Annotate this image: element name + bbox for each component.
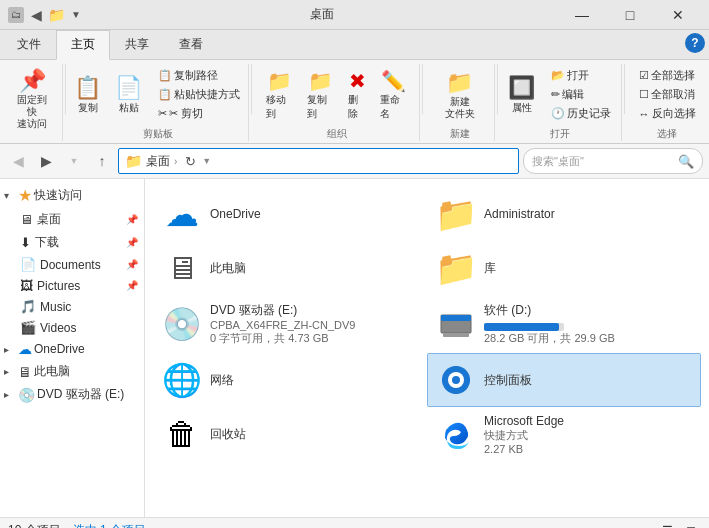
pin-quickaccess-button[interactable]: 📌 固定到快速访问: [8, 64, 56, 134]
minimize-button[interactable]: —: [559, 0, 605, 30]
file-grid: ☁ OneDrive 📁 Administrator 🖥 此电脑: [153, 187, 701, 462]
file-item-onedrive[interactable]: ☁ OneDrive: [153, 187, 427, 241]
sidebar-thispc-header[interactable]: ▸ 🖥 此电脑: [0, 360, 144, 383]
recycle-file-name: 回收站: [210, 426, 246, 443]
thispc-label: 此电脑: [34, 363, 70, 380]
edit-button[interactable]: ✏编辑: [547, 85, 588, 104]
address-input[interactable]: 📁 桌面 › ↻ ▼: [118, 148, 519, 174]
cut-button[interactable]: ✂✂ 剪切: [154, 104, 207, 123]
ribbon-group-organize: 📁 移动到 📁 复制到 ✖ 删除 ✏️ 重命名 组织: [254, 64, 420, 141]
copyto-button[interactable]: 📁 复制到: [301, 65, 340, 125]
sidebar-item-music[interactable]: 🎵 Music: [0, 296, 144, 317]
copypath-button[interactable]: 📋复制路径: [154, 66, 222, 85]
invert-select-button[interactable]: ↔反向选择: [635, 104, 700, 123]
sidebar-item-downloads[interactable]: ⬇ 下载 📌: [0, 231, 144, 254]
sidebar-item-documents[interactable]: 📄 Documents 📌: [0, 254, 144, 275]
downloads-label: 下载: [35, 234, 59, 251]
pictures-icon: 🖼: [20, 278, 33, 293]
new-folder-button[interactable]: 📁 新建文件夹: [439, 66, 481, 124]
svg-rect-2: [443, 333, 469, 337]
rename-button[interactable]: ✏️ 重命名: [374, 65, 413, 125]
item-count: 10 个项目: [8, 522, 61, 528]
tab-share[interactable]: 共享: [110, 30, 164, 59]
file-item-network[interactable]: 🌐 网络: [153, 353, 427, 407]
open-small-section: 📂打开 ✏编辑 🕐历史记录: [543, 64, 619, 125]
paste-button[interactable]: 📄 粘贴: [109, 71, 148, 119]
close-button[interactable]: ✕: [655, 0, 701, 30]
up-button[interactable]: ↑: [90, 149, 114, 173]
history-button[interactable]: 🕐历史记录: [547, 104, 615, 123]
ribbon-group-clipboard: 📋 复制 📄 粘贴 📋复制路径 📋粘贴快捷方式 ✂✂ 剪切 剪贴板: [68, 64, 249, 141]
paste-shortcut-button[interactable]: 📋粘贴快捷方式: [154, 85, 244, 104]
edge-file-info: Microsoft Edge 快捷方式 2.27 KB: [484, 414, 564, 455]
file-item-library[interactable]: 📁 库: [427, 241, 701, 295]
quick-access-icon[interactable]: ◀: [28, 7, 44, 23]
network-file-icon: 🌐: [162, 360, 202, 400]
library-file-name: 库: [484, 260, 496, 277]
selected-count[interactable]: 选中 1 个项目: [73, 522, 146, 528]
divider-3: [422, 64, 423, 114]
controlpanel-file-name: 控制面板: [484, 372, 532, 389]
select-none-button[interactable]: ☐全部取消: [635, 85, 699, 104]
grid-view-button[interactable]: ⊞: [681, 521, 701, 529]
dvd-file-name: DVD 驱动器 (E:): [210, 302, 356, 319]
edge-file-icon: [436, 415, 476, 455]
delete-button[interactable]: ✖ 删除: [342, 65, 372, 125]
maximize-button[interactable]: □: [607, 0, 653, 30]
copy-button[interactable]: 📋 复制: [68, 71, 107, 119]
dvd-label: DVD 驱动器 (E:): [37, 386, 124, 403]
desktop-icon: 🖥: [20, 212, 33, 227]
tab-home[interactable]: 主页: [56, 30, 110, 60]
down-arrow-icon[interactable]: ▼: [68, 7, 84, 23]
sidebar-onedrive-header[interactable]: ▸ ☁ OneDrive: [0, 338, 144, 360]
address-down-icon[interactable]: ▼: [202, 156, 211, 166]
onedrive-file-name: OneDrive: [210, 207, 261, 221]
open-button[interactable]: 📂打开: [547, 66, 593, 85]
organize-buttons: 📁 移动到 📁 复制到 ✖ 删除 ✏️ 重命名: [260, 64, 413, 125]
onedrive-label: OneDrive: [34, 342, 85, 356]
file-item-dvd[interactable]: 💿 DVD 驱动器 (E:) CPBA_X64FRE_ZH-CN_DV9 0 字…: [153, 295, 427, 353]
sidebar-item-videos[interactable]: 🎬 Videos: [0, 317, 144, 338]
help-button[interactable]: ?: [685, 33, 705, 53]
file-item-controlpanel[interactable]: 控制面板: [427, 353, 701, 407]
open-buttons: 🔲 属性 📂打开 ✏编辑 🕐历史记录: [502, 64, 619, 125]
list-view-button[interactable]: ☰: [657, 521, 677, 529]
ribbon-group-select: ☑全部选择 ☐全部取消 ↔反向选择 选择: [627, 64, 707, 141]
pin-icon-downloads: 📌: [126, 237, 138, 248]
sidebar-item-pictures[interactable]: 🖼 Pictures 📌: [0, 275, 144, 296]
search-box[interactable]: 搜索"桌面" 🔍: [523, 148, 703, 174]
star-icon: ★: [18, 186, 32, 205]
move-button[interactable]: 📁 移动到: [260, 65, 299, 125]
pin-icon-pictures: 📌: [126, 280, 138, 291]
new-group-label: 新建: [450, 125, 470, 141]
file-item-recycle[interactable]: 🗑 回收站: [153, 407, 427, 462]
file-item-edge[interactable]: Microsoft Edge 快捷方式 2.27 KB: [427, 407, 701, 462]
tab-file[interactable]: 文件: [2, 30, 56, 59]
recent-button[interactable]: ▼: [62, 149, 86, 173]
file-item-software[interactable]: 软件 (D:) 28.2 GB 可用，共 29.9 GB: [427, 295, 701, 353]
ribbon-tabs: 文件 主页 共享 查看 ?: [0, 30, 709, 60]
svg-rect-5: [454, 366, 458, 372]
ribbon-content: 📌 固定到快速访问 📋 复制 📄 粘贴 📋复制路径 📋粘贴快捷方式: [0, 60, 709, 143]
file-item-administrator[interactable]: 📁 Administrator: [427, 187, 701, 241]
sidebar-quickaccess-header[interactable]: ▾ ★ 快速访问: [0, 183, 144, 208]
file-item-thispc[interactable]: 🖥 此电脑: [153, 241, 427, 295]
ribbon-group-quickaccess: 📌 固定到快速访问: [2, 64, 63, 141]
network-file-name: 网络: [210, 372, 234, 389]
refresh-button[interactable]: ↻: [185, 154, 196, 169]
svg-rect-1: [441, 315, 471, 321]
back-button[interactable]: ◀: [6, 149, 30, 173]
properties-button[interactable]: 🔲 属性: [502, 71, 541, 119]
view-toggle: ☰ ⊞: [657, 521, 701, 529]
edge-size: 2.27 KB: [484, 443, 564, 455]
controlpanel-file-icon: [436, 360, 476, 400]
sidebar-item-desktop[interactable]: 🖥 桌面 📌: [0, 208, 144, 231]
select-all-button[interactable]: ☑全部选择: [635, 66, 699, 85]
tab-view[interactable]: 查看: [164, 30, 218, 59]
divider-2: [251, 64, 252, 114]
thispc-file-name: 此电脑: [210, 260, 246, 277]
sidebar-dvd-header[interactable]: ▸ 💿 DVD 驱动器 (E:): [0, 383, 144, 406]
forward-button[interactable]: ▶: [34, 149, 58, 173]
software-file-icon: [436, 304, 476, 344]
dvd-file-name2: CPBA_X64FRE_ZH-CN_DV9: [210, 319, 356, 331]
